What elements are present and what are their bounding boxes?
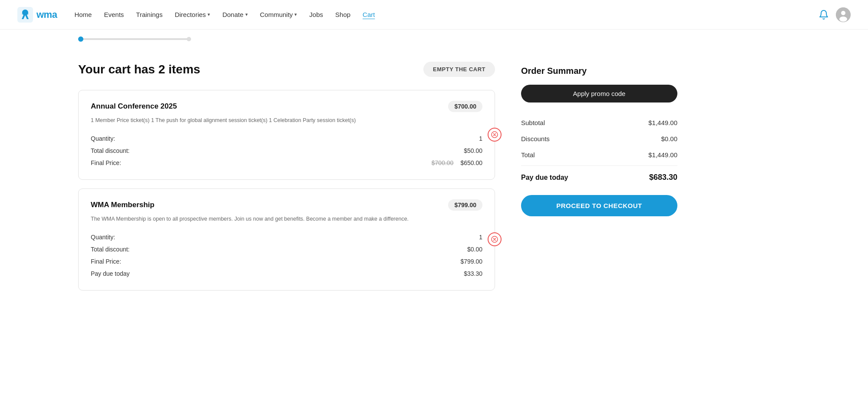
cart-item-0-final-price-row: Final Price: $700.00 $650.00 <box>91 157 482 169</box>
nav-cart[interactable]: Cart <box>363 11 375 18</box>
bell-icon[interactable] <box>818 10 829 20</box>
summary-divider <box>521 165 677 166</box>
nav-home[interactable]: Home <box>74 11 92 18</box>
cart-item-0-discount-value: $50.00 <box>464 147 482 154</box>
total-row: Total $1,449.00 <box>521 147 677 163</box>
cart-item-0-original-price: $700.00 <box>432 159 454 166</box>
cart-item-0-discount-row: Total discount: $50.00 <box>91 145 482 157</box>
cart-item-1-quantity-row: Quantity: 1 <box>91 231 482 243</box>
cart-item-1-name: WMA Membership <box>91 201 155 209</box>
discounts-value: $0.00 <box>661 135 677 142</box>
cart-header: Your cart has 2 items EMPTY THE CART <box>78 62 495 77</box>
nav-trainings[interactable]: Trainings <box>136 11 162 18</box>
cart-item-1-quantity-label: Quantity: <box>91 234 115 241</box>
nav-donate[interactable]: Donate ▾ <box>222 11 248 18</box>
progress-fill <box>78 36 83 42</box>
pay-due-label: Pay due today <box>521 174 568 182</box>
donate-chevron-icon: ▾ <box>245 12 248 17</box>
cart-item-0-quantity-value: 1 <box>479 135 482 142</box>
logo-icon <box>17 7 33 23</box>
cart-item-0-name: Annual Conference 2025 <box>91 102 177 111</box>
cart-item-1-discount-label: Total discount: <box>91 246 130 253</box>
cart-item-0-final-price-label: Final Price: <box>91 159 121 166</box>
nav-events[interactable]: Events <box>104 11 124 18</box>
cart-item-0-price-badge: $700.00 <box>448 101 482 112</box>
cart-item-1-top: WMA Membership $799.00 <box>91 199 482 211</box>
subtotal-value: $1,449.00 <box>648 119 677 126</box>
header-icons <box>818 7 851 22</box>
community-chevron-icon: ▾ <box>294 12 297 17</box>
logo-text: wma <box>36 9 57 20</box>
cart-item-0-final-price-values: $700.00 $650.00 <box>432 159 482 166</box>
cart-item-0-desc: 1 Member Price ticket(s) 1 The push for … <box>91 116 482 125</box>
pay-due-row: Pay due today $683.30 <box>521 169 677 186</box>
nav-shop[interactable]: Shop <box>335 11 350 18</box>
total-value: $1,449.00 <box>648 151 677 159</box>
subtotal-row: Subtotal $1,449.00 <box>521 115 677 131</box>
empty-cart-button[interactable]: EMPTY THE CART <box>423 62 495 77</box>
cart-item-1-discount-value: $0.00 <box>467 246 482 253</box>
cart-title: Your cart has 2 items <box>78 63 200 76</box>
remove-item-0-button[interactable] <box>488 128 502 142</box>
cart-item-0-discounted-price: $650.00 <box>460 159 482 166</box>
main-content: Your cart has 2 items EMPTY THE CART Ann… <box>0 44 695 317</box>
cart-section: Your cart has 2 items EMPTY THE CART Ann… <box>78 62 495 299</box>
cart-item-1-quantity-value: 1 <box>479 234 482 241</box>
cart-item-1: WMA Membership $799.00 The WMA Membershi… <box>78 188 495 291</box>
cart-item-1-desc: The WMA Membership is open to all prospe… <box>91 215 482 223</box>
remove-item-1-button[interactable] <box>488 232 502 246</box>
svg-rect-2 <box>22 13 29 15</box>
svg-point-4 <box>841 11 845 15</box>
svg-point-5 <box>839 17 847 22</box>
cart-item-0-top: Annual Conference 2025 $700.00 <box>91 101 482 112</box>
progress-track <box>78 38 191 40</box>
total-label: Total <box>521 151 535 159</box>
cart-item-1-final-price-label: Final Price: <box>91 258 121 265</box>
cart-item-1-final-price-row: Final Price: $799.00 <box>91 255 482 268</box>
apply-promo-button[interactable]: Apply promo code <box>521 85 677 102</box>
nav-community[interactable]: Community ▾ <box>260 11 297 18</box>
close-icon <box>491 236 498 243</box>
progress-bar-wrap <box>78 38 868 40</box>
nav-jobs[interactable]: Jobs <box>309 11 323 18</box>
discounts-row: Discounts $0.00 <box>521 131 677 147</box>
avatar[interactable] <box>836 7 851 22</box>
directories-chevron-icon: ▾ <box>208 12 210 17</box>
subtotal-label: Subtotal <box>521 119 545 126</box>
cart-item-0-quantity-row: Quantity: 1 <box>91 132 482 145</box>
checkout-button[interactable]: PROCEED TO CHECKOUT <box>521 195 677 216</box>
header: wma Home Events Trainings Directories ▾ … <box>0 0 868 30</box>
logo[interactable]: wma <box>17 7 57 23</box>
cart-item-1-pay-due-label: Pay due today <box>91 270 130 277</box>
avatar-icon <box>836 7 851 22</box>
cart-item-1-pay-due-value: $33.30 <box>464 270 482 277</box>
cart-item-0-discount-label: Total discount: <box>91 147 130 154</box>
main-nav: Home Events Trainings Directories ▾ Dona… <box>74 11 818 18</box>
cart-item-1-pay-due-row: Pay due today $33.30 <box>91 268 482 280</box>
discounts-label: Discounts <box>521 135 550 142</box>
cart-item-0-quantity-label: Quantity: <box>91 135 115 142</box>
progress-end-dot <box>187 37 191 41</box>
cart-item-1-discounted-price: $799.00 <box>460 258 482 265</box>
pay-due-value: $683.30 <box>649 173 677 182</box>
close-icon <box>491 131 498 138</box>
cart-item-0: Annual Conference 2025 $700.00 1 Member … <box>78 90 495 180</box>
nav-directories[interactable]: Directories ▾ <box>175 11 210 18</box>
cart-item-1-discount-row: Total discount: $0.00 <box>91 243 482 255</box>
cart-item-1-price-badge: $799.00 <box>448 199 482 211</box>
order-summary-title: Order Summary <box>521 66 677 76</box>
order-summary: Order Summary Apply promo code Subtotal … <box>521 62 677 299</box>
